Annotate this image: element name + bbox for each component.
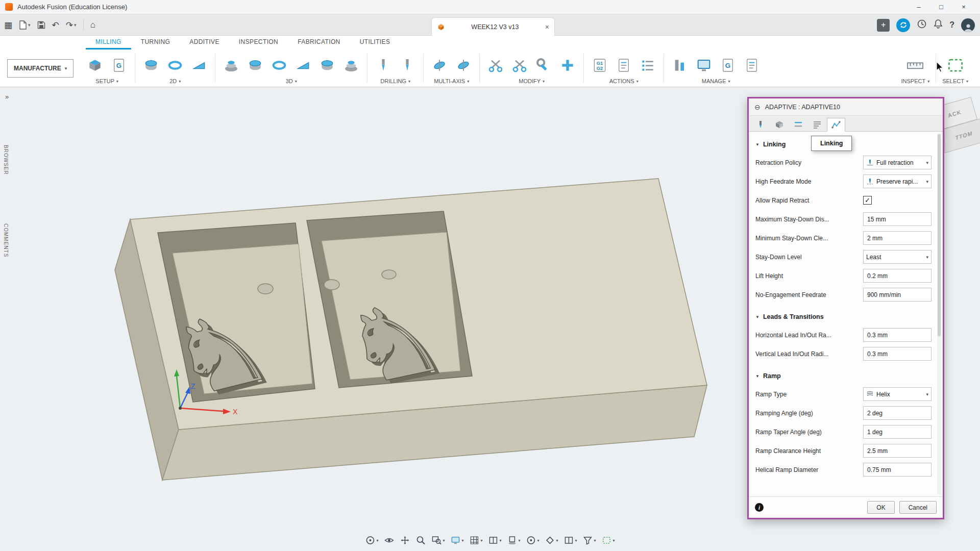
minimize-button[interactable]: –	[908, 0, 930, 14]
setup-sheet-button[interactable]	[614, 55, 633, 76]
browser-panel-tab[interactable]: BROWSER	[3, 145, 12, 175]
thread-button[interactable]	[398, 55, 417, 76]
look-at-button[interactable]	[382, 534, 396, 547]
app-grid-icon[interactable]: ▦	[4, 20, 12, 31]
undo-button[interactable]: ↶	[52, 20, 59, 31]
group-label-modify[interactable]: MODIFY▾	[486, 78, 577, 84]
no-engagement-feedrate-input[interactable]	[863, 288, 932, 302]
dialog-scrollbar[interactable]	[937, 134, 941, 494]
viewport-layout-button[interactable]: ▾	[562, 534, 579, 547]
scallop-button[interactable]	[317, 55, 337, 76]
vertical-lead-input[interactable]	[863, 347, 932, 361]
tab-heights[interactable]	[789, 117, 807, 131]
ramp-button[interactable]	[293, 55, 313, 76]
zoom-button[interactable]	[414, 534, 427, 547]
close-tab-icon[interactable]: ×	[545, 23, 549, 31]
scrollbar-thumb[interactable]	[938, 134, 941, 336]
group-label-setup[interactable]: SETUP▾	[85, 78, 129, 84]
ortho-camera-button[interactable]: ▾	[544, 534, 560, 547]
maximize-button[interactable]: □	[930, 0, 952, 14]
document-tab[interactable]: WEEK12 V3 v13 ×	[431, 17, 555, 36]
display-settings-button[interactable]: ▾	[449, 534, 465, 547]
boss-circle[interactable]	[258, 284, 273, 294]
section-leads-transitions[interactable]: ▼ Leads & Transitions	[755, 308, 932, 325]
collapse-dialog-icon[interactable]: ⊖	[754, 103, 761, 111]
selection-filter-button[interactable]: ▾	[581, 534, 598, 547]
post-library-button[interactable]: G	[718, 55, 738, 76]
2d-chamfer-button[interactable]	[189, 55, 209, 76]
tab-inspection[interactable]: INSPECTION	[229, 36, 288, 49]
ramp-clearance-height-input[interactable]	[863, 444, 932, 458]
boss-circle[interactable]	[324, 280, 339, 290]
selection-tools-button[interactable]: ▾	[600, 534, 617, 547]
ramp-type-dropdown[interactable]: Helix ▾	[863, 387, 932, 401]
pan-button[interactable]	[398, 534, 411, 547]
group-label-3d[interactable]: 3D▾	[222, 78, 361, 84]
section-ramp[interactable]: ▼ Ramp	[755, 367, 932, 385]
job-status-icon[interactable]	[896, 18, 910, 32]
cancel-button[interactable]: Cancel	[899, 501, 937, 514]
group-label-multi-axis[interactable]: MULTI-AXIS▾	[430, 78, 473, 84]
measure-button[interactable]	[905, 55, 925, 76]
grid-settings-button[interactable]: ▾	[468, 534, 484, 547]
group-label-actions[interactable]: ACTIONS▾	[590, 78, 657, 84]
group-label-drilling[interactable]: DRILLING▾	[374, 78, 417, 84]
edit-tool-button[interactable]	[534, 55, 553, 76]
trim-button[interactable]	[486, 55, 505, 76]
new-folder-button[interactable]: G	[109, 55, 129, 76]
add-operation-button[interactable]	[558, 55, 577, 76]
tab-geometry[interactable]	[770, 117, 789, 131]
tab-utilities[interactable]: UTILITIES	[350, 36, 400, 49]
viewports-button[interactable]: ▾	[486, 534, 503, 547]
stay-down-level-dropdown[interactable]: Least ▾	[863, 250, 932, 264]
contour-button[interactable]	[270, 55, 289, 76]
close-window-button[interactable]: ×	[952, 0, 975, 14]
swarf-button[interactable]	[430, 55, 449, 76]
info-icon[interactable]: i	[755, 503, 764, 512]
new-tab-button[interactable]: +	[877, 19, 890, 32]
tab-turning[interactable]: TURNING	[131, 36, 180, 49]
group-label-manage[interactable]: MANAGE▾	[670, 78, 762, 84]
minimum-stay-down-input[interactable]	[863, 231, 932, 245]
select-button[interactable]	[946, 55, 965, 76]
2d-face-button[interactable]	[141, 55, 161, 76]
home-view-button[interactable]: ⌂	[90, 20, 95, 30]
new-setup-button[interactable]	[85, 55, 105, 76]
machine-library-button[interactable]	[694, 55, 714, 76]
file-menu-button[interactable]: ▾	[19, 20, 31, 30]
multi-axis-contour-button[interactable]	[454, 55, 473, 76]
visual-style-button[interactable]: ▾	[525, 534, 541, 547]
save-button[interactable]	[37, 21, 45, 29]
group-label-2d[interactable]: 2D▾	[141, 78, 209, 84]
3d-pocket-button[interactable]	[246, 55, 265, 76]
maximum-stay-down-input[interactable]	[863, 212, 932, 226]
delete-passes-button[interactable]	[510, 55, 529, 76]
ok-button[interactable]: OK	[867, 501, 894, 514]
fit-button[interactable]: ▾	[430, 534, 446, 547]
tab-additive[interactable]: ADDITIVE	[180, 36, 229, 49]
help-button[interactable]: ?	[949, 20, 954, 30]
adaptive-clearing-button[interactable]	[222, 55, 241, 76]
ramp-taper-angle-input[interactable]	[863, 425, 932, 439]
allow-rapid-retract-checkbox[interactable]: ✓	[863, 196, 872, 205]
tab-fabrication[interactable]: FABRICATION	[288, 36, 350, 49]
workspace-switcher[interactable]: MANUFACTURE ▾	[7, 59, 74, 78]
redo-button[interactable]: ↷ ▾	[66, 20, 77, 31]
high-feedrate-mode-dropdown[interactable]: Preserve rapi... ▾	[863, 174, 932, 188]
ramping-angle-input[interactable]	[863, 406, 932, 420]
boss-circle[interactable]	[382, 270, 396, 279]
spiral-button[interactable]	[341, 55, 361, 76]
generate-toolpath-button[interactable]	[638, 55, 657, 76]
2d-pocket-button[interactable]	[165, 55, 185, 76]
drill-button[interactable]	[374, 55, 393, 76]
post-process-button[interactable]: G1G2	[590, 55, 609, 76]
tab-tool[interactable]	[751, 117, 770, 131]
tool-library-button[interactable]	[670, 55, 690, 76]
tab-linking[interactable]	[827, 118, 845, 132]
expand-panels-icon[interactable]: »	[5, 93, 8, 101]
horizontal-lead-input[interactable]	[863, 328, 932, 342]
notifications-button[interactable]	[934, 19, 943, 31]
templates-button[interactable]	[742, 55, 762, 76]
lift-height-input[interactable]	[863, 269, 932, 283]
user-avatar[interactable]	[961, 18, 975, 32]
